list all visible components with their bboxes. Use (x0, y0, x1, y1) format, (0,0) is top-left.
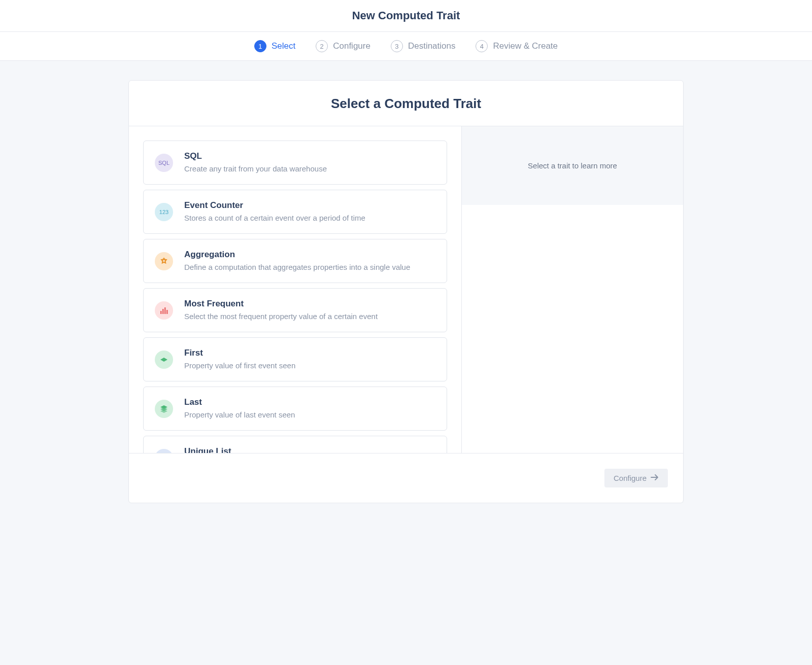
trait-text: Unique List Unique list of values from e… (184, 446, 435, 453)
stepper: 1 Select 2 Configure 3 Destinations 4 Re… (0, 32, 812, 61)
trait-text: Aggregation Define a computation that ag… (184, 250, 435, 272)
card-header: Select a Computed Trait (129, 81, 683, 126)
trait-desc: Property value of first event seen (184, 360, 435, 371)
trait-text: SQL Create any trait from your data ware… (184, 151, 435, 174)
svg-point-0 (163, 260, 165, 262)
trait-title: Last (184, 397, 435, 407)
step-label: Select (272, 41, 295, 51)
trait-card-last[interactable]: Last Property value of last event seen (143, 387, 447, 431)
main-card: Select a Computed Trait SQL SQL Create a… (128, 80, 684, 503)
card-title: Select a Computed Trait (129, 96, 683, 112)
step-label: Destinations (408, 41, 456, 51)
step-label: Review & Create (493, 41, 558, 51)
step-configure[interactable]: 2 Configure (316, 40, 370, 52)
trait-title: Event Counter (184, 200, 435, 211)
counter-icon: 123 (155, 203, 173, 221)
step-label: Configure (333, 41, 370, 51)
sql-icon: SQL (155, 154, 173, 172)
svg-rect-2 (162, 309, 164, 314)
aggregation-icon (155, 252, 173, 270)
trait-desc: Property value of last event seen (184, 409, 435, 420)
detail-empty (462, 205, 683, 453)
trait-card-most-frequent[interactable]: Most Frequent Select the most frequent p… (143, 288, 447, 332)
step-select[interactable]: 1 Select (254, 40, 295, 52)
configure-button[interactable]: Configure (604, 469, 668, 487)
trait-desc: Select the most frequent property value … (184, 311, 435, 322)
svg-marker-8 (160, 409, 167, 413)
numbered-list-icon: 1 2 (155, 449, 173, 453)
step-number: 2 (316, 40, 328, 52)
step-number: 1 (254, 40, 266, 52)
page-title: New Computed Trait (0, 9, 812, 22)
step-number: 3 (391, 40, 403, 52)
layers-icon (155, 400, 173, 418)
step-number: 4 (476, 40, 488, 52)
svg-rect-4 (166, 310, 168, 314)
layer-top-icon (155, 351, 173, 369)
detail-placeholder: Select a trait to learn more (462, 126, 683, 205)
svg-rect-1 (160, 311, 162, 314)
traits-list: SQL SQL Create any trait from your data … (129, 126, 461, 453)
step-destinations[interactable]: 3 Destinations (391, 40, 456, 52)
page-header: New Computed Trait (0, 0, 812, 32)
step-review-create[interactable]: 4 Review & Create (476, 40, 558, 52)
trait-title: SQL (184, 151, 435, 161)
detail-panel: Select a trait to learn more (461, 126, 683, 453)
trait-title: First (184, 348, 435, 358)
trait-text: Most Frequent Select the most frequent p… (184, 299, 435, 322)
card-body: SQL SQL Create any trait from your data … (129, 126, 683, 453)
trait-desc: Create any trait from your data warehous… (184, 163, 435, 174)
arrow-right-icon (651, 474, 659, 482)
trait-card-first[interactable]: First Property value of first event seen (143, 337, 447, 381)
trait-text: Last Property value of last event seen (184, 397, 435, 420)
trait-card-unique-list[interactable]: 1 2 Unique List Unique list of values fr… (143, 436, 447, 453)
trait-desc: Define a computation that aggregates pro… (184, 262, 435, 272)
svg-marker-5 (160, 358, 167, 362)
trait-card-event-counter[interactable]: 123 Event Counter Stores a count of a ce… (143, 190, 447, 234)
trait-desc: Stores a count of a certain event over a… (184, 213, 435, 223)
trait-title: Most Frequent (184, 299, 435, 309)
trait-card-sql[interactable]: SQL SQL Create any trait from your data … (143, 141, 447, 185)
trait-card-aggregation[interactable]: Aggregation Define a computation that ag… (143, 239, 447, 283)
trait-title: Aggregation (184, 250, 435, 260)
configure-button-label: Configure (614, 474, 647, 482)
trait-title: Unique List (184, 446, 435, 453)
trait-text: First Property value of first event seen (184, 348, 435, 371)
card-footer: Configure (129, 453, 683, 503)
svg-rect-3 (164, 307, 166, 314)
trait-text: Event Counter Stores a count of a certai… (184, 200, 435, 223)
bar-chart-icon (155, 301, 173, 320)
